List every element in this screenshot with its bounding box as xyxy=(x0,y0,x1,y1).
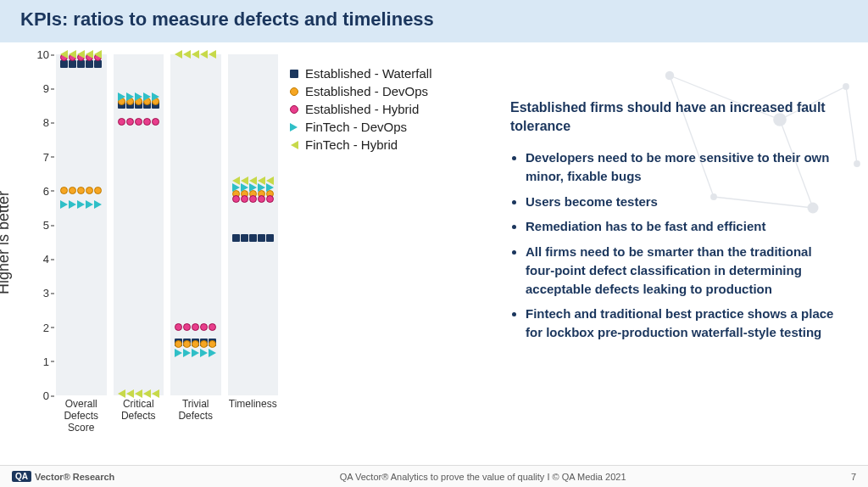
square-navy-icon xyxy=(266,234,274,242)
x-axis-label: Timeliness xyxy=(228,395,279,411)
plot-area: 012345678910OverallDefectsScoreCriticalD… xyxy=(53,54,281,395)
data-marker-row xyxy=(114,118,164,126)
data-marker-row xyxy=(228,176,279,185)
bullet-item: Users become testers xyxy=(526,193,841,211)
y-tick: 6 xyxy=(29,184,49,197)
footer: QA Vector® Research QA Vector® Analytics… xyxy=(0,465,868,487)
tri-left-olive-icon xyxy=(232,176,240,185)
text-heading: Established firms should have an increas… xyxy=(510,98,841,135)
brand-text: Vector® Research xyxy=(35,472,114,482)
footer-page-number: 7 xyxy=(851,472,856,482)
triangle-right-icon xyxy=(290,123,298,132)
tri-right-teal-icon xyxy=(200,349,208,357)
page-title: KPIs: ratios to measure defects and time… xyxy=(20,8,848,31)
tri-left-olive-icon xyxy=(118,389,125,398)
tri-right-teal-icon xyxy=(152,92,159,101)
circle-orange-icon xyxy=(60,187,68,194)
tri-right-teal-icon xyxy=(175,349,182,357)
tri-left-olive-icon xyxy=(60,50,68,59)
legend-label: Established - Hybrid xyxy=(305,102,419,116)
square-navy-icon xyxy=(232,234,240,242)
bullet-item: Remediation has to be fast and efficient xyxy=(526,217,841,236)
y-tick: 3 xyxy=(29,287,49,299)
y-tick: 5 xyxy=(29,219,49,232)
y-tick: 7 xyxy=(29,150,49,163)
legend-item-devops: Established - DevOps xyxy=(290,84,493,98)
tri-right-teal-icon xyxy=(209,349,216,357)
y-tick: 8 xyxy=(29,116,49,129)
circle-pink-icon xyxy=(183,323,191,331)
chart-frame: Higher is better 012345678910OverallDefe… xyxy=(10,48,281,438)
y-tick: 0 xyxy=(29,389,49,402)
brand-qa-badge: QA xyxy=(12,471,31,482)
y-tick: 4 xyxy=(29,253,49,266)
bullet-list: Developers need to be more sensitive to … xyxy=(510,148,841,342)
data-marker-row xyxy=(170,50,221,59)
data-marker-row xyxy=(170,323,221,332)
tri-right-teal-icon xyxy=(60,200,68,209)
tri-left-olive-icon xyxy=(200,50,208,59)
circle-orange-icon xyxy=(209,340,216,348)
tri-right-teal-icon xyxy=(126,92,134,101)
circle-pink-icon xyxy=(258,195,265,203)
square-icon xyxy=(290,70,298,78)
circle-orange-icon xyxy=(175,340,182,348)
circle-pink-icon xyxy=(135,118,142,126)
data-marker-row xyxy=(56,200,107,209)
bullet-item: All firms need to be smarter than the tr… xyxy=(526,243,841,298)
circle-pink-icon xyxy=(249,195,257,203)
circle-pink-icon xyxy=(266,195,274,203)
data-marker-row xyxy=(56,187,107,195)
circle-orange-icon xyxy=(77,187,85,194)
legend-item-fintech-hybrid: FinTech - Hybrid xyxy=(290,137,493,152)
category-band: Timeliness xyxy=(228,54,279,395)
tri-left-olive-icon xyxy=(183,50,191,59)
circle-pink-icon xyxy=(290,105,298,114)
tri-right-teal-icon xyxy=(77,200,85,209)
circle-orange-icon xyxy=(192,340,199,348)
footer-center: QA Vector® Analytics to prove the value … xyxy=(114,472,851,482)
bullet-item: Developers need to be more sensitive to … xyxy=(526,148,841,186)
square-navy-icon xyxy=(241,234,248,242)
tri-left-olive-icon xyxy=(69,50,76,59)
tri-right-teal-icon xyxy=(192,349,199,357)
text-column: Established firms should have an increas… xyxy=(493,48,858,441)
tri-left-olive-icon xyxy=(135,389,142,398)
data-marker-row xyxy=(170,349,221,357)
tri-left-olive-icon xyxy=(152,389,159,398)
data-marker-row xyxy=(56,50,107,59)
legend-label: Established - DevOps xyxy=(305,84,428,98)
circle-pink-icon xyxy=(209,323,216,331)
circle-orange-icon xyxy=(94,187,102,194)
tri-left-olive-icon xyxy=(94,50,102,59)
circle-orange-icon xyxy=(200,340,208,348)
tri-right-teal-icon xyxy=(86,200,93,209)
circle-orange-icon xyxy=(183,340,191,348)
y-tick: 9 xyxy=(29,82,49,95)
circle-pink-icon xyxy=(143,118,151,126)
legend-label: Established - Waterfall xyxy=(305,66,432,81)
tri-right-teal-icon xyxy=(69,200,76,209)
data-marker-row xyxy=(114,92,164,101)
y-axis-label: Higher is better xyxy=(0,191,13,294)
legend: Established - Waterfall Established - De… xyxy=(290,48,493,441)
circle-pink-icon xyxy=(241,195,248,203)
title-band: KPIs: ratios to measure defects and time… xyxy=(0,0,868,42)
x-axis-label: TrivialDefects xyxy=(170,395,221,423)
y-tick: 1 xyxy=(29,355,49,367)
circle-pink-icon xyxy=(152,118,159,126)
tri-left-olive-icon xyxy=(192,50,199,59)
square-navy-icon xyxy=(249,234,257,242)
circle-orange-icon xyxy=(69,187,76,194)
category-band: CriticalDefects xyxy=(114,54,164,395)
data-marker-row xyxy=(114,389,164,398)
data-marker-row xyxy=(228,234,279,243)
tri-right-teal-icon xyxy=(94,200,102,209)
tri-left-olive-icon xyxy=(266,176,274,185)
x-axis-label: OverallDefectsScore xyxy=(56,395,107,434)
circle-pink-icon xyxy=(200,323,208,331)
chart-column: Higher is better 012345678910OverallDefe… xyxy=(10,48,290,441)
tri-left-olive-icon xyxy=(86,50,93,59)
circle-pink-icon xyxy=(126,118,134,126)
y-tick: 10 xyxy=(29,48,49,61)
